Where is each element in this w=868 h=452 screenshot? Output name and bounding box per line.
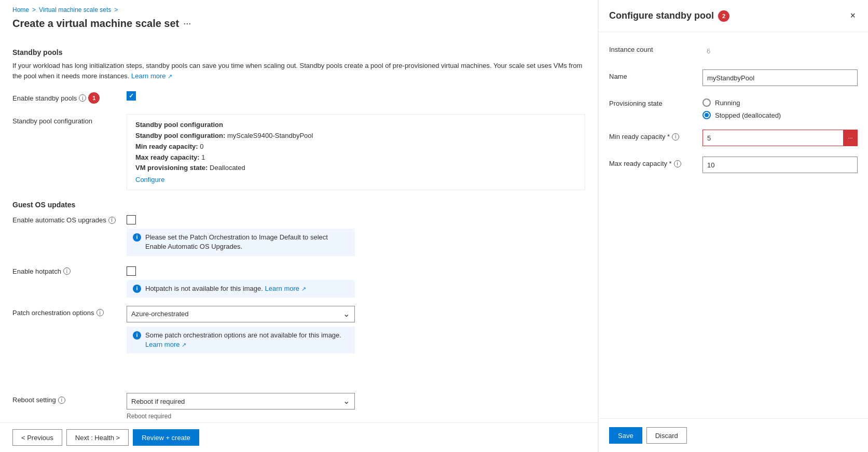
- breadcrumb-sep1: >: [32, 6, 36, 13]
- patch-orchestration-info-icon[interactable]: i: [97, 309, 104, 316]
- provisioning-running-radio[interactable]: [702, 98, 711, 107]
- provisioning-stopped-radio[interactable]: [702, 111, 711, 119]
- auto-os-info-circle: i: [133, 233, 141, 242]
- reboot-setting-row: Reboot setting i Reboot if required Alwa…: [12, 393, 585, 420]
- guest-os-section-title: Guest OS updates: [12, 201, 585, 209]
- config-box-min-capacity: Min ready capacity: 0: [135, 142, 576, 152]
- patch-orchestration-label: Patch orchestration options: [12, 309, 94, 317]
- provisioning-state-label: Provisioning state: [609, 100, 663, 107]
- reboot-setting-select-wrapper: Reboot if required Always reboot Never r…: [127, 393, 355, 409]
- patch-orchestration-select[interactable]: Azure-orchestrated Windows Update Manual…: [127, 306, 355, 322]
- config-box-title: Standby pool configuration: [135, 121, 576, 129]
- instance-count-row: Instance count 6: [609, 43, 858, 59]
- side-panel-title: Configure standby pool 2: [609, 10, 729, 22]
- max-ready-capacity-info-icon[interactable]: i: [674, 160, 681, 167]
- provisioning-state-radio-group: Running Stopped (deallocated): [702, 96, 858, 119]
- provisioning-running-label: Running: [715, 99, 740, 107]
- config-box-pool-name: Standby pool configuration: myScaleS9400…: [135, 131, 576, 142]
- hotpatch-info-circle: i: [133, 285, 141, 293]
- patch-orchestration-row: Patch orchestration options i Azure-orch…: [12, 306, 585, 354]
- breadcrumb: Home > Virtual machine scale sets >: [0, 0, 598, 16]
- hotpatch-learn-more[interactable]: Learn more ↗: [265, 285, 306, 292]
- reboot-required-text: Reboot required: [127, 413, 585, 420]
- patch-orchestration-select-wrapper: Azure-orchestrated Windows Update Manual…: [127, 306, 355, 322]
- footer: < Previous Next : Health > Review + crea…: [0, 422, 598, 452]
- save-button[interactable]: Save: [609, 427, 642, 444]
- enable-auto-os-checkbox[interactable]: [127, 215, 136, 224]
- standby-pools-learn-more[interactable]: Learn more ↗: [131, 72, 172, 80]
- patch-info-text: Some patch orchestration options are not…: [145, 331, 349, 349]
- provisioning-state-row: Provisioning state Running Stopped (deal…: [609, 96, 858, 119]
- min-ready-capacity-input-wrapper: ···: [702, 130, 858, 146]
- enable-auto-os-info-icon[interactable]: i: [108, 217, 116, 224]
- max-ready-capacity-label: Max ready capacity *: [609, 160, 672, 167]
- standby-pool-config-label: Standby pool configuration: [12, 117, 92, 125]
- enable-standby-pools-checkbox[interactable]: [127, 91, 136, 101]
- side-panel-content: Instance count 6 Name Provisioning state: [599, 32, 868, 418]
- breadcrumb-sep2: >: [114, 6, 118, 13]
- standby-pool-config-row: Standby pool configuration Standby pool …: [12, 114, 585, 190]
- provisioning-stopped-label: Stopped (deallocated): [715, 111, 781, 119]
- standby-pool-config-box: Standby pool configuration Standby pool …: [127, 114, 585, 190]
- configure-link[interactable]: Configure: [135, 176, 164, 183]
- instance-count-label: Instance count: [609, 46, 653, 53]
- page-options-icon[interactable]: ···: [183, 18, 191, 29]
- enable-hotpatch-row: Enable hotpatch i i Hotpatch is not avai…: [12, 264, 585, 298]
- name-label: Name: [609, 73, 627, 80]
- reboot-setting-label: Reboot setting: [12, 396, 56, 404]
- enable-standby-pools-badge: 1: [88, 92, 100, 104]
- side-panel-badge: 2: [718, 10, 729, 22]
- side-panel-footer: Save Discard: [599, 418, 868, 452]
- enable-standby-pools-info-icon[interactable]: i: [79, 94, 86, 102]
- instance-count-value: 6: [702, 43, 858, 59]
- max-ready-capacity-row: Max ready capacity * i: [609, 157, 858, 173]
- reboot-setting-select[interactable]: Reboot if required Always reboot Never r…: [127, 393, 355, 409]
- enable-hotpatch-checkbox[interactable]: [127, 266, 136, 276]
- breadcrumb-home[interactable]: Home: [12, 6, 29, 13]
- side-panel-close-button[interactable]: ×: [848, 8, 858, 23]
- patch-learn-more[interactable]: Learn more ↗: [145, 341, 186, 348]
- enable-auto-os-label: Enable automatic OS upgrades: [12, 216, 106, 224]
- discard-button[interactable]: Discard: [646, 427, 687, 444]
- enable-standby-pools-row: Enable standby pools i 1: [12, 89, 585, 106]
- hotpatch-info-text: Hotpatch is not available for this image…: [145, 284, 306, 293]
- name-input[interactable]: [702, 69, 858, 86]
- enable-hotpatch-info-icon[interactable]: i: [63, 267, 71, 275]
- side-panel: Configure standby pool 2 × Instance coun…: [598, 0, 868, 452]
- min-ready-capacity-info-icon[interactable]: i: [672, 133, 679, 140]
- name-row: Name: [609, 69, 858, 86]
- auto-os-info-text: Please set the Patch Orchestration to Im…: [145, 233, 349, 251]
- config-box-max-capacity: Max ready capacity: 1: [135, 152, 576, 163]
- page-title: Create a virtual machine scale set: [12, 18, 179, 30]
- side-panel-header: Configure standby pool 2 ×: [599, 0, 868, 32]
- min-ready-capacity-input[interactable]: [702, 130, 858, 146]
- standby-pools-section-title: Standby pools: [12, 48, 585, 56]
- min-ready-capacity-error-icon: ···: [843, 130, 858, 146]
- provisioning-running-option[interactable]: Running: [702, 98, 858, 107]
- reboot-setting-info-icon[interactable]: i: [58, 397, 65, 404]
- patch-info-circle: i: [133, 331, 141, 340]
- config-box-vm-state: VM provisioning state: Deallocated: [135, 163, 576, 174]
- next-button[interactable]: Next : Health >: [66, 429, 129, 446]
- enable-auto-os-row: Enable automatic OS upgrades i i Please …: [12, 213, 585, 256]
- previous-button[interactable]: < Previous: [12, 429, 62, 446]
- standby-pools-description: If your workload has long initialization…: [12, 61, 585, 81]
- min-ready-capacity-row: Min ready capacity * i ···: [609, 130, 858, 146]
- enable-standby-pools-label: Enable standby pools: [12, 94, 77, 102]
- provisioning-stopped-option[interactable]: Stopped (deallocated): [702, 111, 858, 119]
- max-ready-capacity-input[interactable]: [702, 157, 858, 173]
- review-create-button[interactable]: Review + create: [133, 429, 199, 446]
- breadcrumb-vmss[interactable]: Virtual machine scale sets: [39, 6, 111, 13]
- enable-hotpatch-label: Enable hotpatch: [12, 267, 61, 275]
- min-ready-capacity-label: Min ready capacity *: [609, 133, 670, 140]
